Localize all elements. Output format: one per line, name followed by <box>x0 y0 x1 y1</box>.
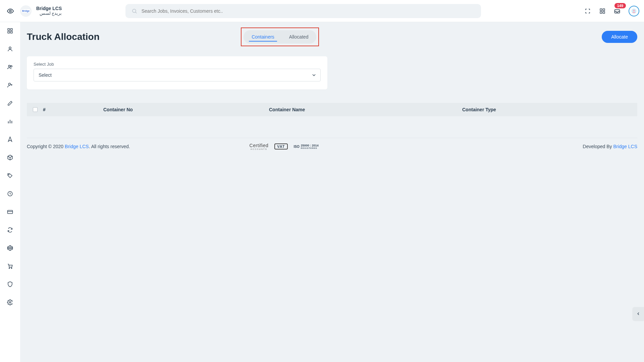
table-header-checkbox[interactable] <box>30 107 41 112</box>
sidebar-item-add-user[interactable] <box>6 81 14 89</box>
credit-card-icon <box>7 209 13 215</box>
collapse-panel-button[interactable] <box>633 307 644 320</box>
select-job-dropdown[interactable]: Select <box>34 69 321 81</box>
fullscreen-icon <box>585 8 591 14</box>
iso-badge: ISO 25000 : 2014 REGISTERED <box>294 144 319 149</box>
sidebar-item-security[interactable] <box>6 280 14 288</box>
search-wrap <box>125 4 481 18</box>
certified-badge: Certified ACCOUNTS <box>250 143 269 150</box>
dashboard-icon <box>7 28 13 34</box>
chevron-left-icon <box>636 311 641 316</box>
brand-name-ar: بريدج لسس <box>36 11 62 16</box>
users-icon <box>7 64 13 70</box>
svg-rect-23 <box>8 210 13 214</box>
tab-highlight-box: Containers Allocated <box>241 27 319 46</box>
tab-containers[interactable]: Containers <box>244 31 282 43</box>
footer-developed-by: Developed By Bridge LCS <box>583 144 637 149</box>
table-header-index: # <box>41 107 103 112</box>
sidebar-item-edit[interactable] <box>6 99 14 107</box>
search-box[interactable] <box>125 4 481 18</box>
sidebar-item-settings[interactable] <box>6 298 14 306</box>
sidebar-item-cart[interactable] <box>6 262 14 270</box>
bar-chart-icon <box>7 118 13 124</box>
navigation-icon <box>7 136 13 142</box>
fullscreen-button[interactable] <box>584 8 591 14</box>
tag-icon <box>7 173 13 179</box>
footer-badges: Certified ACCOUNTS VAT ISO 25000 : 2014 … <box>250 143 319 150</box>
table-header-container-type: Container Type <box>462 107 635 112</box>
cart-icon <box>7 263 13 269</box>
table-header-container-name: Container Name <box>269 107 462 112</box>
notification-badge: 149 <box>614 3 626 8</box>
shield-icon <box>7 281 13 287</box>
select-job-label: Select Job <box>34 62 321 67</box>
visibility-toggle[interactable] <box>5 7 16 15</box>
svg-point-9 <box>633 9 635 11</box>
sidebar-item-dashboard[interactable] <box>6 27 14 35</box>
brand-name-en: Bridge LCS <box>36 6 62 11</box>
page-title: Truck Allocation <box>27 32 100 42</box>
sidebar-item-tag[interactable] <box>6 172 14 180</box>
footer-dev-link[interactable]: Bridge LCS <box>613 144 637 149</box>
sidebar-item-integrations[interactable] <box>6 244 14 252</box>
svg-rect-5 <box>600 11 602 13</box>
svg-point-0 <box>9 10 11 12</box>
gear-icon <box>7 299 13 305</box>
svg-rect-12 <box>8 32 9 33</box>
sidebar-item-navigation[interactable] <box>6 135 14 143</box>
svg-point-27 <box>11 268 12 268</box>
sidebar-item-time[interactable] <box>6 190 14 198</box>
apps-grid-icon <box>599 8 605 14</box>
svg-rect-4 <box>603 9 605 10</box>
svg-point-14 <box>9 47 11 49</box>
svg-point-17 <box>9 83 11 85</box>
user-icon <box>7 46 13 52</box>
inbox-icon <box>614 8 621 14</box>
user-plus-icon <box>7 82 13 88</box>
svg-point-15 <box>8 65 10 67</box>
svg-rect-11 <box>11 28 12 30</box>
clock-icon <box>7 191 13 197</box>
main-content: Truck Allocation Containers Allocated Al… <box>20 22 644 362</box>
allocate-button[interactable]: Allocate <box>602 31 637 43</box>
svg-point-26 <box>9 268 10 268</box>
package-icon <box>7 155 13 161</box>
codepen-icon <box>7 245 13 251</box>
caret-down-icon <box>312 73 316 77</box>
sidebar-item-reports[interactable] <box>6 117 14 125</box>
notifications-button[interactable]: 149 <box>614 8 621 14</box>
apps-button[interactable] <box>599 8 606 14</box>
svg-rect-10 <box>8 28 9 30</box>
top-header: Bridge Bridge LCS بريدج لسس 149 <box>0 0 644 22</box>
refresh-icon <box>7 227 13 233</box>
svg-point-21 <box>8 174 9 175</box>
table-header-container-no: Container No <box>103 107 269 112</box>
sidebar-item-payments[interactable] <box>6 208 14 216</box>
search-icon <box>131 8 137 14</box>
sidebar-item-user[interactable] <box>6 45 14 53</box>
footer-brand-link[interactable]: Bridge LCS <box>65 144 89 149</box>
table-header-row: # Container No Container Name Container … <box>27 103 637 116</box>
svg-line-2 <box>136 12 137 13</box>
page-head: Truck Allocation Containers Allocated Al… <box>20 22 644 46</box>
brand-text: Bridge LCS بريدج لسس <box>36 6 62 16</box>
svg-rect-13 <box>11 32 12 33</box>
sidebar-item-sync[interactable] <box>6 226 14 234</box>
footer-copyright: Copyright © 2020 Bridge LCS. All rights … <box>27 144 130 149</box>
svg-rect-3 <box>600 9 602 10</box>
vat-badge: VAT <box>274 143 287 149</box>
header-right: 149 <box>584 6 639 16</box>
user-avatar[interactable] <box>629 6 639 16</box>
footer: Copyright © 2020 Bridge LCS. All rights … <box>27 138 637 150</box>
sidebar-item-users[interactable] <box>6 63 14 71</box>
svg-rect-6 <box>603 11 605 13</box>
svg-point-28 <box>9 302 11 303</box>
svg-point-16 <box>11 66 12 67</box>
tab-allocated[interactable]: Allocated <box>282 31 316 43</box>
brand-logo[interactable]: Bridge <box>20 5 32 17</box>
search-input[interactable] <box>142 8 475 14</box>
sidebar-item-package[interactable] <box>6 154 14 162</box>
edit-icon <box>7 100 13 106</box>
svg-point-1 <box>132 9 136 12</box>
eye-icon <box>7 7 14 15</box>
